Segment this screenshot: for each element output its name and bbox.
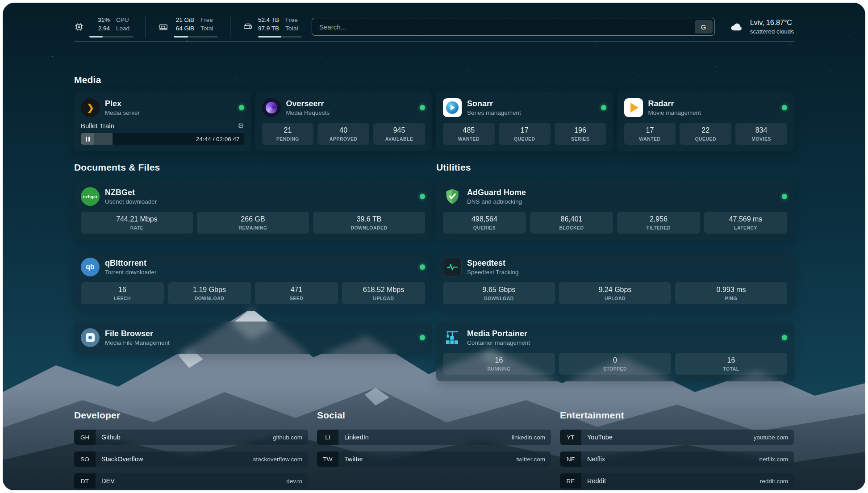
pause-button[interactable] <box>81 133 94 145</box>
app-subtitle: Media File Management <box>105 339 170 346</box>
bookmark-url: dev.to <box>286 478 302 485</box>
search-engine-button[interactable]: G <box>695 20 713 33</box>
app-subtitle: Container management <box>467 339 530 346</box>
stat-box: 17WANTED <box>624 123 676 145</box>
stat-box: 0.993 msPING <box>675 282 787 304</box>
bookmark-abbr: GH <box>74 430 96 445</box>
app-name: AdGuard Home <box>467 188 526 197</box>
stat-box: 196SERIES <box>555 123 606 145</box>
ram-widget: 21 GiB 64 GiB Free Total <box>159 16 230 37</box>
stat-box: 22QUEUED <box>680 123 731 145</box>
header-divider <box>74 41 794 42</box>
utilities-column: Utilities AdGuard Home DNS and <box>436 162 794 381</box>
disk-progress-bar <box>258 36 302 38</box>
app-card-radarr[interactable]: Radarr Movie management 17WANTED 22QUEUE… <box>618 92 794 151</box>
cpu-load-value: 2.94 <box>89 25 110 33</box>
bookmark-name: Netflix <box>587 455 605 463</box>
stat-box: 0STOPPED <box>559 353 671 375</box>
bookmark-url: github.com <box>273 434 302 441</box>
disk-widget: 52.4 TB 97.9 TB Free Total <box>243 16 302 37</box>
app-subtitle: Usenet downloader <box>105 198 157 205</box>
bookmark-stackoverflow[interactable]: SO StackOverflow stackoverflow.com <box>74 451 308 467</box>
status-dot <box>420 335 425 340</box>
bookmark-dev[interactable]: DT DEV dev.to <box>74 473 308 489</box>
search-bar: G <box>312 18 715 36</box>
app-card-overseerr[interactable]: Overseerr Media Requests 21PENDING 40APP… <box>255 92 432 151</box>
stat-box: 485WANTED <box>443 123 495 145</box>
cpu-percent: 31% <box>89 16 110 25</box>
bookmark-name: Twitter <box>344 455 363 463</box>
bookmark-url: youtube.com <box>754 434 788 441</box>
stat-box: 16LEECH <box>81 282 164 304</box>
dashboard-root: 31% 2.94 CPU Load <box>3 3 865 490</box>
stat-box: 39.6 TBDOWNLOADED <box>313 212 425 234</box>
app-subtitle: DNS and adblocking <box>467 198 526 205</box>
section-title-utilities: Utilities <box>436 162 794 173</box>
bookmark-url: linkedin.com <box>512 434 545 441</box>
stat-box: 744.21 MbpsRATE <box>81 212 193 234</box>
app-card-qbittorrent[interactable]: qb qBittorrent Torrent downloader 16LEEC… <box>74 251 432 311</box>
bookmark-name: StackOverflow <box>101 455 143 463</box>
stat-box: 498,564QUERIES <box>443 212 526 234</box>
bookmark-twitter[interactable]: TW Twitter twitter.com <box>317 451 551 467</box>
search-input[interactable] <box>312 18 715 36</box>
ram-total-label: Total <box>200 25 213 33</box>
bookmark-abbr: TW <box>317 451 338 467</box>
settings-gear-icon[interactable]: ⚙ <box>238 122 244 130</box>
bookmark-url: reddit.com <box>760 478 788 485</box>
social-links-column: Social LI LinkedIn linkedin.com TW Twitt… <box>317 410 551 489</box>
app-card-filebrowser[interactable]: File Browser Media File Management <box>74 322 432 354</box>
bookmark-netflix[interactable]: NF Netflix netflix.com <box>560 451 794 467</box>
filebrowser-icon <box>81 328 100 347</box>
cpu-widget: 31% 2.94 CPU Load <box>74 16 146 37</box>
section-title-entertainment: Entertainment <box>560 410 794 421</box>
speedtest-icon <box>443 258 462 276</box>
system-widgets: 31% 2.94 CPU Load <box>74 16 302 37</box>
plex-icon: ❯ <box>81 98 100 117</box>
stat-box: 16RUNNING <box>443 353 555 375</box>
section-title-social: Social <box>317 410 551 421</box>
app-card-adguard[interactable]: AdGuard Home DNS and adblocking 498,564Q… <box>436 180 794 240</box>
entertainment-links-column: Entertainment YT YouTube youtube.com NF … <box>560 410 794 489</box>
nzbget-icon: nzbget <box>81 187 100 206</box>
status-dot <box>782 335 787 340</box>
bookmark-youtube[interactable]: YT YouTube youtube.com <box>560 430 794 445</box>
bookmark-url: twitter.com <box>516 456 545 463</box>
weather-condition: scattered clouds <box>750 28 794 35</box>
stat-box: 47.569 msLATENCY <box>704 212 787 234</box>
bookmark-name: Reddit <box>587 477 606 485</box>
night-sky-stars <box>3 3 4 4</box>
qbittorrent-icon: qb <box>81 258 100 276</box>
bookmark-github[interactable]: GH Github github.com <box>74 430 308 445</box>
bookmark-abbr: RE <box>560 473 581 489</box>
stat-box: 9.24 GbpsUPLOAD <box>559 282 671 304</box>
status-dot <box>420 105 425 110</box>
bookmark-name: Github <box>101 434 121 441</box>
disk-total-value: 97.9 TB <box>258 25 279 33</box>
bookmark-linkedin[interactable]: LI LinkedIn linkedin.com <box>317 430 551 445</box>
disk-free-label: Free <box>285 16 298 25</box>
bookmark-url: stackoverflow.com <box>253 456 302 463</box>
adguard-icon <box>443 187 462 206</box>
bookmark-abbr: NF <box>560 451 581 467</box>
app-subtitle: Series management <box>467 109 521 116</box>
playback-progress-bar[interactable]: 24:44 / 02:06:47 <box>81 133 244 145</box>
status-dot <box>239 105 244 110</box>
bookmark-reddit[interactable]: RE Reddit reddit.com <box>560 473 794 489</box>
media-cards-row: ❯ Plex Media server Bullet Train ⚙ 24:44… <box>74 92 794 151</box>
app-card-plex[interactable]: ❯ Plex Media server Bullet Train ⚙ 24:44… <box>74 92 251 151</box>
app-card-portainer[interactable]: Media Portainer Container management 16R… <box>436 322 794 381</box>
documents-column: Documents & Files nzbget NZBGet Usenet d… <box>74 162 432 381</box>
developer-links-column: Developer GH Github github.com SO StackO… <box>74 410 308 489</box>
section-title-media: Media <box>74 75 794 85</box>
app-name: Sonarr <box>467 99 521 109</box>
app-card-speedtest[interactable]: Speedtest Speedtest Tracking 9.65 GbpsDO… <box>436 251 794 311</box>
app-card-sonarr[interactable]: Sonarr Series management 485WANTED 17QUE… <box>436 92 613 151</box>
app-card-nzbget[interactable]: nzbget NZBGet Usenet downloader 744.21 M… <box>74 180 432 240</box>
app-name: Radarr <box>648 99 701 109</box>
ram-free-value: 21 GiB <box>174 16 194 25</box>
disk-free-value: 52.4 TB <box>258 16 279 25</box>
bookmark-abbr: DT <box>74 473 96 489</box>
top-bar: 31% 2.94 CPU Load <box>74 3 794 35</box>
app-name: qBittorrent <box>105 259 157 268</box>
